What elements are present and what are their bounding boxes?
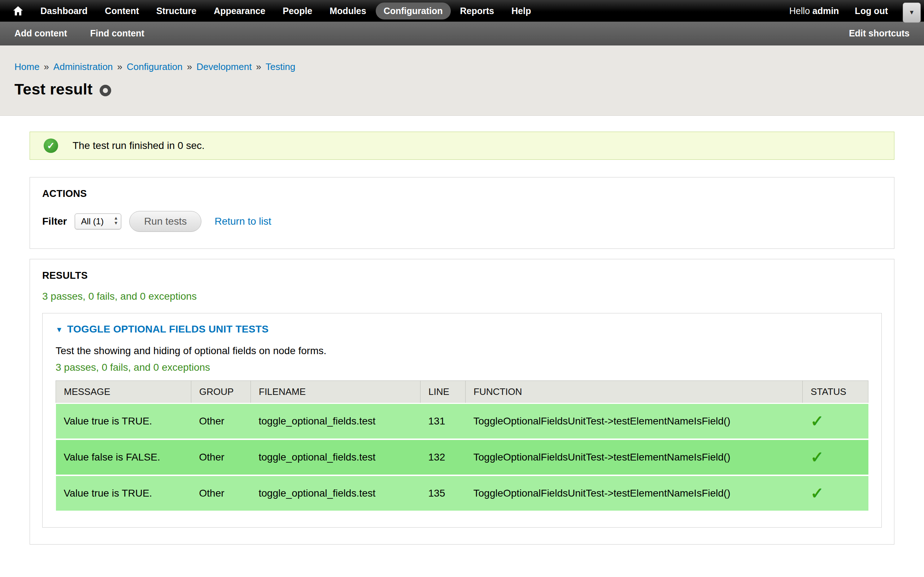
select-arrows-icon: ▴▾	[115, 215, 118, 226]
shortcut-bar: Add content Find content Edit shortcuts	[0, 22, 924, 45]
edit-shortcuts-link[interactable]: Edit shortcuts	[849, 28, 909, 39]
cell-line: 135	[420, 475, 465, 511]
breadcrumb-separator: »	[117, 61, 122, 72]
breadcrumb-administration[interactable]: Administration	[53, 61, 113, 72]
cell-line: 131	[420, 403, 465, 440]
cell-function: ToggleOptionalFieldsUnitTest->testElemen…	[465, 403, 803, 440]
shortcut-add-content[interactable]: Add content	[15, 28, 67, 39]
home-glyph	[12, 5, 24, 16]
toolbar-item-reports[interactable]: Reports	[452, 3, 502, 19]
filter-select-value: All (1)	[81, 216, 103, 226]
cell-function: ToggleOptionalFieldsUnitTest->testElemen…	[465, 439, 803, 475]
breadcrumb-configuration[interactable]: Configuration	[127, 61, 183, 72]
column-header-line: LINE	[420, 381, 465, 403]
actions-legend: ACTIONS	[42, 188, 882, 200]
test-group-toggle[interactable]: ▼ TOGGLE OPTIONAL FIELDS UNIT TESTS	[56, 324, 868, 335]
breadcrumb-testing[interactable]: Testing	[266, 61, 295, 72]
filter-label: Filter	[42, 216, 67, 227]
cell-group: Other	[191, 475, 251, 511]
cell-status: ✓	[803, 403, 868, 440]
toolbar-item-content[interactable]: Content	[97, 3, 147, 19]
cell-function: ToggleOptionalFieldsUnitTest->testElemen…	[465, 475, 803, 511]
cell-filename: toggle_optional_fields.test	[251, 475, 420, 511]
status-message: ✓ The test run finished in 0 sec.	[30, 132, 894, 160]
filter-select[interactable]: All (1) ▴▾	[75, 213, 121, 229]
toolbar-item-dashboard[interactable]: Dashboard	[32, 3, 96, 19]
table-row: Value true is TRUE. Other toggle_optiona…	[56, 403, 868, 440]
breadcrumb-separator: »	[256, 61, 261, 72]
toolbar-item-configuration[interactable]: Configuration	[376, 3, 451, 19]
pass-check-icon: ✓	[811, 412, 824, 430]
home-icon[interactable]	[7, 0, 29, 22]
table-row: Value false is FALSE. Other toggle_optio…	[56, 439, 868, 475]
toolbar-item-structure[interactable]: Structure	[149, 3, 204, 19]
toolbar-toggle-button[interactable]: ▼	[903, 3, 921, 23]
cell-status: ✓	[803, 439, 868, 475]
main-content: ✓ The test run finished in 0 sec. ACTION…	[0, 116, 924, 576]
breadcrumb-separator: »	[187, 61, 192, 72]
column-header-message: MESSAGE	[56, 381, 191, 403]
breadcrumb-development[interactable]: Development	[196, 61, 252, 72]
toolbar-menu: Dashboard Content Structure Appearance P…	[32, 3, 539, 19]
cell-line: 132	[420, 439, 465, 475]
test-group-fieldset: ▼ TOGGLE OPTIONAL FIELDS UNIT TESTS Test…	[42, 313, 882, 528]
user-greeting: Hello admin	[789, 6, 839, 16]
filter-row: Filter All (1) ▴▾ Run tests Return to li…	[42, 211, 882, 232]
column-header-filename: FILENAME	[251, 381, 420, 403]
table-header-row: MESSAGE GROUP FILENAME LINE FUNCTION STA…	[56, 381, 868, 403]
cell-group: Other	[191, 439, 251, 475]
test-group-description: Test the showing and hiding of optional …	[56, 345, 868, 357]
test-group-title: TOGGLE OPTIONAL FIELDS UNIT TESTS	[67, 324, 268, 335]
toolbar-user-area: Hello admin Log out	[789, 6, 888, 16]
page-title: Test result	[15, 81, 92, 98]
results-table: MESSAGE GROUP FILENAME LINE FUNCTION STA…	[56, 380, 868, 512]
success-icon: ✓	[44, 139, 58, 153]
gear-icon[interactable]	[100, 85, 111, 96]
collapse-arrow-icon: ▼	[56, 326, 63, 334]
actions-panel: ACTIONS Filter All (1) ▴▾ Run tests Retu…	[30, 177, 894, 249]
toolbar-item-modules[interactable]: Modules	[321, 3, 374, 19]
title-row: Test result	[15, 81, 909, 98]
return-to-list-link[interactable]: Return to list	[215, 216, 271, 227]
cell-message: Value false is FALSE.	[56, 439, 191, 475]
toolbar-item-help[interactable]: Help	[504, 3, 539, 19]
breadcrumb-home[interactable]: Home	[15, 61, 39, 72]
results-panel: RESULTS 3 passes, 0 fails, and 0 excepti…	[30, 259, 894, 545]
status-text: The test run finished in 0 sec.	[73, 140, 205, 152]
logout-link[interactable]: Log out	[855, 6, 888, 16]
shortcut-find-content[interactable]: Find content	[90, 28, 144, 39]
cell-status: ✓	[803, 475, 868, 511]
greeting-text: Hello	[789, 6, 813, 16]
cell-group: Other	[191, 403, 251, 440]
table-row: Value true is TRUE. Other toggle_optiona…	[56, 475, 868, 511]
cell-message: Value true is TRUE.	[56, 475, 191, 511]
column-header-group: GROUP	[191, 381, 251, 403]
chevron-down-icon: ▼	[909, 9, 915, 16]
page-header: Home»Administration»Configuration»Develo…	[0, 45, 924, 116]
column-header-status: STATUS	[803, 381, 868, 403]
column-header-function: FUNCTION	[465, 381, 803, 403]
pass-check-icon: ✓	[811, 484, 824, 502]
check-glyph: ✓	[47, 140, 55, 152]
toolbar-item-people[interactable]: People	[275, 3, 320, 19]
results-legend: RESULTS	[42, 270, 882, 281]
username: admin	[813, 6, 839, 16]
cell-filename: toggle_optional_fields.test	[251, 439, 420, 475]
breadcrumb-separator: »	[44, 61, 49, 72]
run-tests-button[interactable]: Run tests	[129, 211, 201, 232]
results-summary: 3 passes, 0 fails, and 0 exceptions	[42, 291, 882, 302]
admin-toolbar: Dashboard Content Structure Appearance P…	[0, 0, 924, 22]
cell-message: Value true is TRUE.	[56, 403, 191, 440]
cell-filename: toggle_optional_fields.test	[251, 403, 420, 440]
toolbar-item-appearance[interactable]: Appearance	[206, 3, 273, 19]
breadcrumb: Home»Administration»Configuration»Develo…	[15, 61, 909, 73]
test-group-summary: 3 passes, 0 fails, and 0 exceptions	[56, 362, 868, 373]
pass-check-icon: ✓	[811, 448, 824, 466]
